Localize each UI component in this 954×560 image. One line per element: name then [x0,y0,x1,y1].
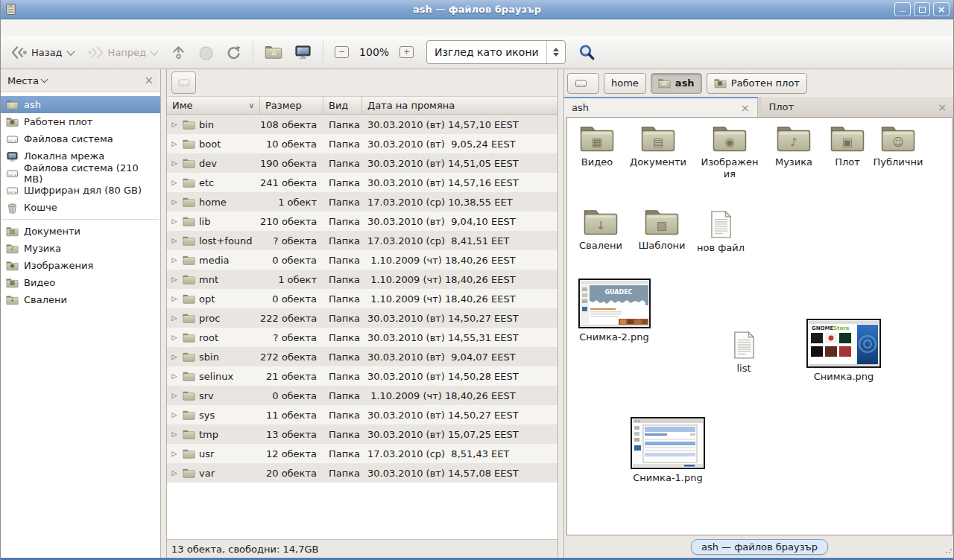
table-row[interactable]: lib 210 обекта Папка 30.03.2010 (вт) 9,0… [167,211,557,231]
breadcrumb-button[interactable] [567,73,599,94]
table-row[interactable]: sbin 272 обекта Папка 30.03.2010 (вт) 9,… [167,347,557,366]
grid-item[interactable]: ▤ GUADEC [628,124,688,168]
chevron-down-icon[interactable] [40,76,48,83]
sidebar-item[interactable]: Шифриран дял (80 GB) [1,182,160,199]
grid-item[interactable]: GUADEC GNOME Store [573,279,655,343]
grid-item[interactable]: ▦ GUADEC [567,124,627,168]
table-row[interactable]: var 20 обекта Папка 30.03.2010 (вт) 14,5… [167,463,557,483]
breadcrumb-button[interactable]: ▣ Работен плот [707,73,807,94]
column-header-name[interactable]: Име ∨ [167,97,260,114]
menu-item[interactable] [62,25,77,30]
grid-item[interactable]: GUADEC GNOME Store [803,319,885,383]
expander-icon[interactable] [170,276,179,283]
sidebar-item[interactable]: Кошче [1,199,160,216]
sidebar-item[interactable]: ↓ Свалени [1,291,160,308]
table-row[interactable]: srv 0 обекта Папка 1.10.2009 (чт) 18,40,… [167,386,557,405]
sidebar-item[interactable]: ▦ Видео [1,274,160,291]
expander-icon[interactable] [170,372,179,380]
tab-close-icon[interactable] [741,103,750,113]
up-button[interactable] [165,39,192,65]
table-row[interactable]: home 1 обект Папка 17.03.2010 (ср) 10,38… [167,192,557,211]
expander-icon[interactable] [170,430,179,438]
table-row[interactable]: mnt 1 обект Папка 1.10.2009 (чт) 18,40,2… [167,270,557,289]
forward-button[interactable]: Напред [82,39,164,65]
grid-item[interactable]: ◉ GUADEC [700,124,759,179]
grid-item[interactable]: ♪ GUADEC [764,124,824,168]
menu-item[interactable] [17,25,32,30]
stop-button[interactable] [193,39,219,65]
chevron-down-icon[interactable] [150,47,158,55]
close-button[interactable] [933,2,950,16]
sidebar-item[interactable]: ▣ Работен плот [1,113,160,130]
sidebar-item[interactable]: Файлова система [1,130,160,147]
menu-item[interactable] [32,25,47,30]
search-button[interactable] [573,39,601,65]
titlebar[interactable]: ash — файлов браузър [1,0,953,19]
table-row[interactable]: etc 241 обекта Папка 30.03.2010 (вт) 14,… [167,173,557,192]
home-button[interactable]: ⌂ [259,39,288,65]
grid-item[interactable]: ☺ GUADEC [868,124,928,168]
menu-item[interactable] [77,25,92,30]
expander-icon[interactable] [170,469,179,477]
expander-icon[interactable] [170,295,179,302]
grid-item[interactable]: ↓ GUADEC [571,207,631,252]
table-row[interactable]: proc 222 обекта Папка 30.03.2010 (вт) 14… [167,308,557,328]
sidebar-item[interactable]: ◉ Изображения [1,257,160,274]
expander-icon[interactable] [170,179,179,186]
chevron-down-icon[interactable] [66,47,75,55]
root-location-button[interactable] [171,71,196,94]
view-mode-select[interactable]: Изглед като икони [426,40,566,64]
sidebar-item[interactable]: ⌂ ash [1,96,160,113]
expander-icon[interactable] [170,256,179,264]
expander-icon[interactable] [170,450,179,457]
column-header-size[interactable]: Размер [260,97,323,114]
expander-icon[interactable] [170,353,179,360]
column-header-date[interactable]: Дата на промяна [362,97,557,114]
zoom-out-button[interactable]: − [329,39,354,65]
icon-view[interactable]: ▦ GUADEC [566,117,953,535]
expander-icon[interactable] [170,237,179,244]
column-header-type[interactable]: Вид [323,97,362,114]
expander-icon[interactable] [170,121,179,128]
expander-icon[interactable] [170,411,179,419]
table-row[interactable]: usr 12 обекта Папка 17.03.2010 (ср) 8,51… [167,444,557,463]
table-row[interactable]: sys 11 обекта Папка 30.03.2010 (вт) 14,5… [167,405,557,424]
reload-button[interactable] [221,39,247,65]
sidebar-item[interactable]: Файлова система (210 MB) [1,165,160,182]
taskbar-bubble[interactable]: ash — файлов браузър [691,539,828,555]
expander-icon[interactable] [170,334,179,341]
table-row[interactable]: opt 0 обекта Папка 1.10.2009 (чт) 18,40,… [167,289,557,308]
minimize-button[interactable] [894,2,911,16]
resize-grip[interactable] [945,547,953,554]
grid-item[interactable]: GUADEC GNOME Store [695,210,747,254]
expander-icon[interactable] [170,159,179,167]
maximize-button[interactable] [914,2,930,16]
grid-item[interactable]: GUADEC GNOME Store [718,331,770,375]
grid-item[interactable]: ▨ GUADEC [632,207,692,252]
expander-icon[interactable] [170,198,179,206]
table-row[interactable]: selinux 21 обекта Папка 30.03.2010 (вт) … [167,366,557,386]
expander-icon[interactable] [170,217,179,225]
table-row[interactable]: root ? обекта Папка 30.03.2010 (вт) 14,5… [167,328,557,347]
spinner-icon[interactable] [546,41,565,63]
breadcrumb-button[interactable]: ⌂ ash [651,73,702,94]
tab-close-icon[interactable] [938,102,947,112]
tab[interactable]: Плот [762,97,954,117]
menu-item[interactable] [47,25,62,30]
grid-item[interactable]: GUADEC GNOME Store [627,417,709,484]
sidebar-item[interactable]: ♪ Музика [1,240,160,257]
back-button[interactable]: Назад [5,39,80,65]
close-icon[interactable] [144,75,154,86]
table-row[interactable]: media 0 обекта Папка 1.10.2009 (чт) 18,4… [167,250,557,270]
computer-button[interactable] [289,39,317,65]
expander-icon[interactable] [170,140,179,147]
zoom-in-button[interactable]: + [394,39,419,65]
expander-icon[interactable] [170,392,179,399]
table-row[interactable]: bin 108 обекта Папка 30.03.2010 (вт) 14,… [167,115,557,134]
tab[interactable]: ash [564,97,758,117]
breadcrumb-button[interactable]: home [604,73,646,94]
sidebar-item[interactable]: ▤ Документи [1,223,160,240]
table-row[interactable]: dev 190 обекта Папка 30.03.2010 (вт) 14,… [167,153,557,173]
menu-item[interactable] [2,25,17,30]
table-row[interactable]: tmp 13 обекта Папка 30.03.2010 (вт) 15,0… [167,424,557,444]
